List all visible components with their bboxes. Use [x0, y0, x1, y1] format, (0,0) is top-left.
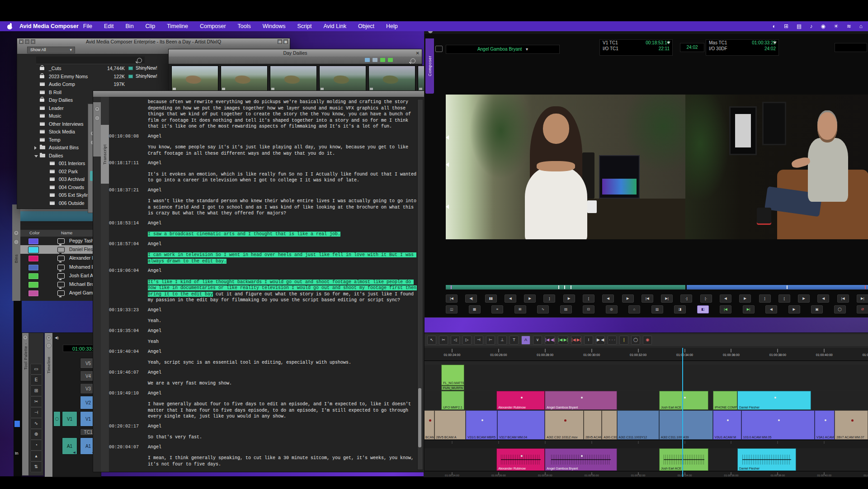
tool-icon[interactable]: E [30, 375, 42, 385]
menu-item-edit[interactable]: Edit [104, 23, 114, 29]
brightness-icon[interactable]: ☀ [834, 23, 839, 29]
tool-icon[interactable]: ⊞ [30, 385, 42, 396]
speaker-icon[interactable]: ◀) [55, 336, 59, 340]
tool-icon[interactable]: ⊣ [30, 407, 42, 418]
disclosure-icon[interactable] [34, 146, 37, 150]
transport-button[interactable]: |◀ [642, 294, 653, 303]
timeline-tool[interactable]: ⊣ [474, 336, 483, 345]
transport-button[interactable]: ▥ [651, 305, 663, 313]
wifi-icon[interactable]: ≋ [847, 23, 851, 29]
scrollbar[interactable] [417, 99, 423, 470]
transport-button[interactable]: |◀ [837, 294, 849, 303]
tool-icon[interactable]: ⊕ [30, 429, 42, 440]
timeline-tool[interactable]: ◁ [451, 336, 460, 345]
timeline-tool[interactable]: ▶ ◀ [596, 336, 605, 345]
script-text[interactable]: You know, some people say it's it's just… [148, 145, 411, 156]
track-a1[interactable]: Alexander RubinowAngel Gamboa BryantJosh… [424, 448, 868, 471]
timeline-tool[interactable]: A [521, 336, 530, 345]
source-position-bar[interactable] [446, 285, 685, 290]
tool-icon[interactable]: ⇅ [30, 461, 42, 472]
view-toggle-icon[interactable]: ▤ [278, 39, 282, 44]
transport-button[interactable]: |◀ [446, 294, 458, 303]
timeline-clip-josh-earl-ace[interactable]: Josh Earl ACE [659, 448, 708, 471]
transport-button[interactable]: ◀ [817, 294, 829, 303]
clip-thumbnail[interactable] [221, 66, 268, 91]
source-monitor-video[interactable] [446, 95, 685, 239]
script-entry[interactable]: 00:19:06:04AngelIt's like I kind of like… [109, 268, 417, 304]
timeline-clip-a3i0-c30[interactable]: A3I0.C30 [602, 410, 617, 440]
transport-button[interactable]: ▮▮ [485, 294, 497, 303]
lock-icon[interactable] [388, 58, 393, 62]
scroll-thumb[interactable] [418, 388, 421, 447]
menu-item-tools[interactable]: Tools [238, 23, 251, 29]
script-entry[interactable]: 00:19:46:07AngelWe are a very fast movin… [109, 370, 417, 387]
search-icon[interactable] [410, 58, 415, 63]
menu-item-composer[interactable]: Composer [200, 23, 226, 29]
script-text[interactable]: Yeah, script sync is an essential tool i… [148, 360, 351, 365]
transport-button[interactable]: ◨ [674, 305, 686, 313]
clip-thumbnail[interactable] [319, 66, 366, 91]
transport-button[interactable]: ◀ [602, 294, 614, 303]
track-v1[interactable]: BCAM.HH428V5 BCAM AV31/1 BCAM MBR5V317 B… [424, 410, 868, 440]
script-entry[interactable]: 00:19:35:04AngelYeah [109, 328, 417, 345]
script-dialogue[interactable]: because often we rewrite everything we d… [148, 99, 417, 130]
clip-color-swatch[interactable] [28, 264, 39, 271]
timeline-clip-v317-bcam-mm-04[interactable]: V317 BCAM MM.04 [497, 410, 545, 440]
clip-thumbnail[interactable] [368, 66, 415, 91]
script-titlebar[interactable] [93, 91, 424, 97]
view-toggle-buttons[interactable]: ▤ ▦ [278, 39, 288, 44]
menu-item-help[interactable]: Help [386, 23, 398, 29]
tc-display-right[interactable]: Mas TC101:00:33:23I/O 30DF24:02 [706, 39, 779, 56]
timeline-tool[interactable]: ✂ [439, 336, 448, 345]
tool-palette-titlebar[interactable]: ✕ Tool Palette - [22, 333, 28, 475]
transport-button[interactable]: ▶ [788, 305, 800, 313]
list-icon[interactable]: ▤ [797, 23, 802, 29]
timeline-clip-josh-earl-ace[interactable]: Josh Earl ACE [659, 391, 708, 410]
script-dialogue[interactable]: I wasn't like the standard person who kn… [148, 198, 417, 217]
apple-menu-icon[interactable] [7, 24, 13, 29]
script-view-icon[interactable] [380, 58, 385, 62]
transport-button[interactable]: ◧ [697, 305, 709, 313]
transport-button[interactable]: ◀ [505, 294, 516, 303]
window-buttons[interactable]: ✕ − + [19, 39, 35, 44]
script-entry[interactable]: 00:19:33:23AngelYeah. [109, 307, 417, 324]
composer-side-tab[interactable]: Composer [425, 38, 434, 94]
transport-button[interactable]: ▤ [560, 305, 572, 313]
record-icon[interactable]: ◉ [821, 23, 825, 29]
script-window[interactable]: ✕ ○ Transcript because often we rewrite … [93, 90, 425, 472]
timeline-ruler[interactable]: 01:00:24:0001:00:26:0001:00:28:0001:00:3… [424, 348, 868, 361]
show-all-dropdown[interactable]: Show All ▾ [27, 47, 75, 53]
transcript-tab[interactable]: Transcript [101, 125, 109, 184]
clip-color-swatch[interactable] [28, 281, 39, 288]
transport-button[interactable]: ▶ [798, 294, 810, 303]
timeline-clip-v3a1-acam[interactable]: V3A1 ACAM [815, 410, 835, 440]
timeline-tool[interactable]: · · · [608, 336, 617, 345]
timeline-tool[interactable]: |◀ ▶| [571, 336, 581, 345]
transport-button[interactable]: ◎ [606, 305, 618, 313]
script-text[interactable]: We are a very fast moving show. [148, 381, 232, 386]
transport-button[interactable]: ▶ [622, 294, 634, 303]
timeline-tool[interactable]: ▷ [462, 336, 472, 345]
tool-icon[interactable]: ◔ [30, 440, 42, 451]
transport-button[interactable]: -] [680, 294, 692, 303]
timeline-clip-a3i2-c311-1003y12[interactable]: A3I2.C311.1003Y12 [617, 410, 659, 440]
script-entry[interactable]: because often we rewrite everything we d… [109, 99, 417, 130]
project-titlebar[interactable]: ✕ − + Avid Media Composer Enterprise - I… [17, 38, 290, 45]
bin-window-edge[interactable]: ✕ ○ Bins [12, 204, 20, 301]
tool-icon[interactable]: ∿ [30, 418, 42, 429]
script-dialogue[interactable]: Yeah. [148, 318, 417, 324]
sound-icon[interactable]: ♪ [810, 23, 812, 29]
transport-button[interactable]: [ [778, 294, 790, 303]
record-monitor-video[interactable] [685, 95, 868, 239]
script-dialogue[interactable]: It's it evokes an emotion, which is like… [148, 171, 417, 184]
transport-button[interactable]: ◯ [834, 305, 846, 313]
script-dialogue[interactable]: It's like I kind of like thought backwar… [148, 279, 417, 304]
transport-button[interactable]: ▶ [739, 294, 751, 303]
transport-button[interactable]: ▶| [857, 294, 868, 303]
column-color[interactable]: Color [29, 230, 40, 235]
clip-color-swatch[interactable] [28, 290, 39, 297]
timeline-clip-alexander-rubinow[interactable]: Alexander Rubinow [496, 448, 545, 471]
timeline-tool[interactable]: I [584, 336, 593, 345]
clip-color-swatch[interactable] [28, 247, 39, 253]
timeline-window-edge[interactable]: ✕ ○ Timeline [45, 333, 52, 477]
